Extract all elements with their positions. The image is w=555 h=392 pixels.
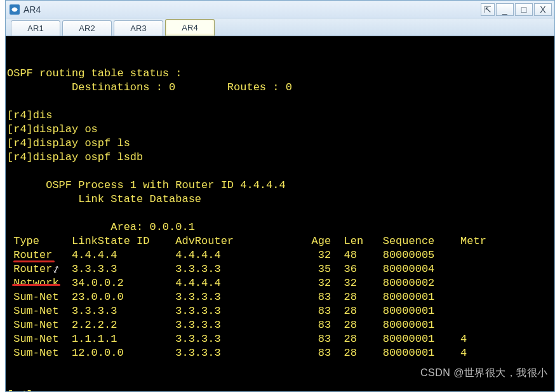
terminal[interactable]: OSPF routing table status : Destinations… [6, 36, 554, 391]
tab-ar3[interactable]: AR3 [114, 20, 163, 36]
lsdb-row-3: Sum-Net 23.0.0.0 3.3.3.3 83 28 80000001 [7, 290, 552, 304]
blank-line [7, 374, 552, 388]
maximize-button[interactable]: □ [515, 3, 533, 16]
blank-line [7, 206, 552, 220]
tab-ar1[interactable]: AR1 [11, 20, 60, 36]
blank-line [7, 95, 552, 109]
blank-line [7, 165, 552, 179]
cmd-line-1: [r4]display os [7, 123, 552, 137]
lsdb-row-2: Network 34.0.0.2 4.4.4.4 32 32 80000002 [7, 276, 552, 290]
lsdb-row-7: Sum-Net 12.0.0.0 3.3.3.3 83 28 80000001 … [7, 346, 552, 360]
tab-ar4[interactable]: AR4 [165, 19, 215, 36]
process-line: OSPF Process 1 with Router ID 4.4.4.4 [7, 179, 552, 193]
cmd-line-2: [r4]display ospf ls [7, 137, 552, 151]
pin-button[interactable]: ⇱ [481, 3, 495, 16]
area-line: Area: 0.0.0.1 [7, 220, 552, 234]
titlebar[interactable]: AR4 ⇱ _ □ X [6, 1, 554, 18]
window-controls: ⇱ _ □ X [479, 3, 552, 16]
status-line: OSPF routing table status : [7, 67, 552, 81]
lsdb-header: Type LinkState ID AdvRouter Age Len Sequ… [7, 234, 552, 248]
tabstrip: AR1AR2AR3AR4 [6, 18, 554, 36]
lsdb-row-0: Router 4.4.4.4 4.4.4.4 32 48 80000005 [7, 248, 552, 262]
lsdb-row-4: Sum-Net 3.3.3.3 3.3.3.3 83 28 80000001 [7, 304, 552, 318]
lsdb-row-5: Sum-Net 2.2.2.2 3.3.3.3 83 28 80000001 [7, 318, 552, 332]
cmd-line-0: [r4]dis [7, 109, 552, 123]
prompt-line: [r4] [7, 388, 552, 391]
tab-ar2[interactable]: AR2 [62, 20, 112, 36]
cmd-line-3: [r4]display ospf lsdb [7, 151, 552, 165]
lsdb-row-6: Sum-Net 1.1.1.1 3.3.3.3 83 28 80000001 4 [7, 332, 552, 346]
blank-line [7, 360, 552, 374]
minimize-button[interactable]: _ [496, 3, 514, 16]
mouse-cursor-icon: ⤢ [51, 262, 64, 278]
counts-line: Destinations : 0 Routes : 0 [7, 81, 552, 95]
close-button[interactable]: X [534, 3, 552, 16]
lsdb-row-1: Router 3.3.3.3 3.3.3.3 35 36 80000004 ⤢ [7, 262, 552, 276]
app-icon [10, 4, 20, 15]
left-gutter [0, 0, 5, 392]
window-title: AR4 [23, 4, 41, 15]
app-window: AR4 ⇱ _ □ X AR1AR2AR3AR4 OSPF routing ta… [5, 0, 555, 392]
lsdb-title: Link State Database [7, 193, 552, 206]
